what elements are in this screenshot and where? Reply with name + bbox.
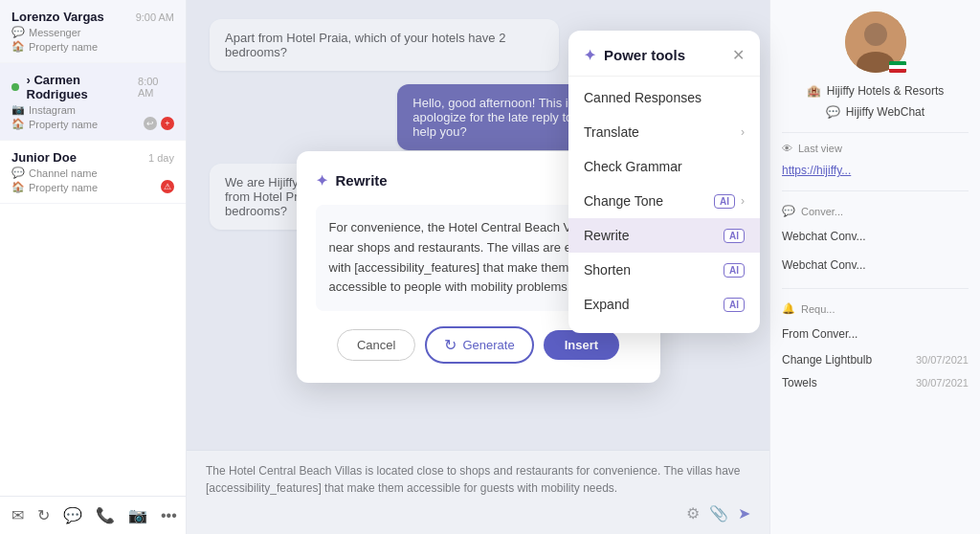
sidebar: Lorenzo Vargas 9:00 AM 💬 Messenger 🏠 Pro…	[0, 0, 187, 534]
right-panel: 🏨 Hijiffy Hotels & Resorts 💬 Hijiffy Web…	[769, 0, 980, 534]
webchat-icon: 💬	[826, 105, 840, 119]
whatsapp-icon[interactable]: 📞	[96, 506, 115, 524]
section-convo: 💬 Conver...	[782, 205, 969, 217]
contact-time-1: 8:00 AM	[138, 76, 174, 99]
pt-item-0[interactable]: Canned Responses	[568, 80, 760, 115]
conv-item-2: Webchat Conv...	[782, 256, 969, 275]
refresh-icon[interactable]: ↻	[37, 506, 50, 524]
contact-property-0: 🏠 Property name	[11, 40, 174, 53]
profile-section: 🏨 Hijiffy Hotels & Resorts 💬 Hijiffy Web…	[782, 11, 969, 133]
power-tools-close-button[interactable]: ✕	[732, 46, 745, 64]
channel-item-1: 🏨 Hijiffy Hotels & Resorts	[807, 80, 944, 101]
task-label-1: Change Lightbulb	[782, 353, 872, 367]
instagram-icon: 📷	[11, 103, 25, 116]
bell-icon: 🔔	[782, 302, 795, 315]
power-tools-title: ✦ Power tools	[584, 47, 685, 64]
contact-channel-2: 💬 Channel name	[11, 167, 174, 179]
sidebar-item-0[interactable]: Lorenzo Vargas 9:00 AM 💬 Messenger 🏠 Pro…	[0, 0, 186, 63]
sidebar-item-1[interactable]: › Carmen Rodrigues 8:00 AM 📷 Instagram 🏠…	[0, 63, 186, 141]
pt-label-0: Canned Responses	[584, 90, 702, 105]
flag-stripe-red	[889, 69, 906, 73]
eye-icon: 👁	[782, 143, 792, 154]
contact-time-2: 1 day	[148, 152, 174, 164]
pt-right-3: AI ›	[714, 194, 745, 209]
task-change-lightbulb: Change Lightbulb 30/07/2021	[782, 353, 969, 367]
messenger-icon: 💬	[11, 26, 25, 38]
contact-channel-1: 📷 Instagram	[11, 103, 174, 116]
section-requests: 🔔 Requ...	[782, 302, 969, 315]
badge-reply: ↩	[144, 117, 157, 130]
sidebar-bottom: ✉ ↻ 💬 📞 📷 •••	[0, 496, 186, 534]
messenger-bottom-icon[interactable]: 💬	[63, 506, 82, 524]
last-view-url[interactable]: https://hijiffy...	[782, 164, 969, 177]
pt-item-6[interactable]: Expand AI	[568, 287, 760, 322]
chevron-right-icon-3: ›	[741, 194, 745, 208]
contact-property-2: 🏠 Property name	[11, 181, 98, 193]
divider-2	[782, 288, 969, 289]
power-tools-panel: ✦ Power tools ✕ Canned Responses Transla…	[568, 31, 760, 333]
pt-label-3: Change Tone	[584, 193, 663, 209]
rewrite-icon: ✦	[316, 172, 328, 189]
contact-property-1: 🏠 Property name	[11, 118, 98, 130]
badge-alert: ⚠	[161, 180, 174, 193]
channel-icon-2: 💬	[11, 167, 25, 179]
pt-label-6: Expand	[584, 297, 629, 312]
contact-name-2: Junior Doe	[11, 150, 77, 165]
pt-item-1[interactable]: Translate ›	[568, 115, 760, 149]
avatar-container	[845, 11, 906, 73]
chat-icon: 💬	[782, 205, 795, 217]
active-dot	[11, 83, 19, 91]
pt-item-5[interactable]: Shorten AI	[568, 253, 760, 287]
task-label-2: Towels	[782, 376, 817, 389]
task-towels: Towels 30/07/2021	[782, 376, 969, 389]
instagram-bottom-icon[interactable]: 📷	[128, 506, 147, 524]
task-date-1: 30/07/2021	[916, 354, 969, 366]
insert-button[interactable]: Insert	[544, 330, 619, 360]
pt-item-4[interactable]: Rewrite AI	[568, 218, 760, 253]
ai-badge-5: AI	[724, 263, 745, 278]
conv-item-1: Webchat Conv...	[782, 227, 969, 246]
ai-badge-6: AI	[724, 298, 745, 312]
flag-badge	[889, 61, 906, 73]
more-icon[interactable]: •••	[161, 507, 177, 524]
sidebar-item-2[interactable]: Junior Doe 1 day 💬 Channel name 🏠 Proper…	[0, 141, 186, 204]
contact-name-0: Lorenzo Vargas	[11, 10, 104, 24]
cancel-button[interactable]: Cancel	[337, 329, 415, 361]
channel-item-2: 💬 Hijiffy WebChat	[826, 101, 924, 122]
svg-point-1	[864, 23, 887, 46]
divider-1	[782, 190, 969, 191]
contact-name-1: › Carmen Rodrigues	[27, 73, 139, 101]
task-date-2: 30/07/2021	[916, 377, 969, 389]
from-convo: From Conver...	[782, 324, 969, 344]
pt-label-4: Rewrite	[584, 228, 629, 243]
ai-badge-3: AI	[714, 194, 735, 209]
generate-button[interactable]: ↻ Generate	[425, 326, 533, 364]
hotel-icon: 🏨	[807, 84, 821, 98]
generate-icon: ↻	[444, 336, 457, 354]
property-icon-0: 🏠	[11, 40, 25, 53]
badge-new: +	[161, 117, 174, 130]
modal-title: ✦ Rewrite	[316, 172, 388, 189]
pt-item-2[interactable]: Check Grammar	[568, 149, 760, 184]
contact-channel-0: 💬 Messenger	[11, 26, 174, 38]
pt-label-5: Shorten	[584, 262, 631, 278]
pt-item-3[interactable]: Change Tone AI ›	[568, 184, 760, 218]
chevron-right-icon-1: ›	[741, 125, 745, 139]
property-icon-2: 🏠	[11, 181, 25, 193]
power-tools-header: ✦ Power tools ✕	[568, 42, 760, 77]
email-icon[interactable]: ✉	[11, 506, 24, 524]
property-icon-1: 🏠	[11, 118, 25, 130]
section-last-view: 👁 Last view	[782, 143, 969, 154]
pt-label-2: Check Grammar	[584, 159, 682, 174]
ai-badge-4: AI	[724, 229, 745, 243]
power-tools-icon: ✦	[584, 47, 596, 64]
contact-time-0: 9:00 AM	[136, 11, 174, 23]
pt-label-1: Translate	[584, 124, 639, 140]
